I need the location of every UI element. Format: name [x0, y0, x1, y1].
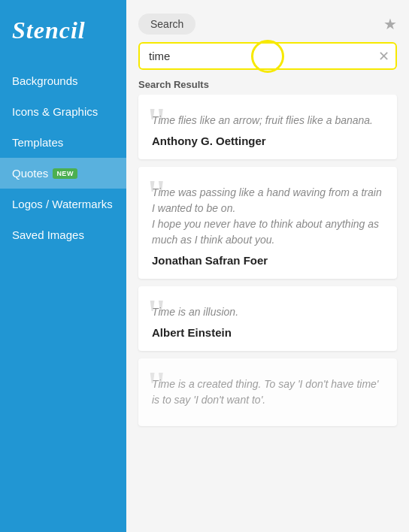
quote-text-2: Time was passing like a hand waving from…	[152, 185, 383, 248]
app-logo: Stencil	[0, 0, 126, 65]
clear-search-button[interactable]: ✕	[378, 50, 389, 63]
search-bar-row: ✕	[126, 35, 409, 70]
star-icon: ★	[383, 16, 397, 32]
quote-text-3: Time is an illusion.	[152, 304, 383, 320]
main-panel: Search ★ ✕ Search Results " Time flies l…	[126, 0, 409, 532]
sidebar-item-quotes[interactable]: Quotes NEW	[0, 158, 126, 189]
sidebar-item-label: Templates	[12, 136, 63, 149]
sidebar-item-templates[interactable]: Templates	[0, 127, 126, 158]
sidebar: Stencil Backgrounds Icons & Graphics Tem…	[0, 0, 126, 532]
clear-icon: ✕	[378, 49, 389, 64]
sidebar-item-saved-images[interactable]: Saved Images	[0, 219, 126, 250]
sidebar-item-icons-graphics[interactable]: Icons & Graphics	[0, 96, 126, 127]
sidebar-nav: Backgrounds Icons & Graphics Templates Q…	[0, 65, 126, 250]
results-list: " Time flies like an arrow; fruit flies …	[126, 95, 409, 532]
search-input[interactable]	[138, 42, 397, 70]
sidebar-item-label: Quotes	[12, 167, 48, 180]
result-card-4[interactable]: " Time is a created thing. To say 'I don…	[138, 358, 397, 426]
new-badge: NEW	[53, 168, 77, 179]
favorites-button[interactable]: ★	[383, 15, 397, 33]
sidebar-item-backgrounds[interactable]: Backgrounds	[0, 65, 126, 96]
quote-author-1: Anthony G. Oettinger	[152, 135, 383, 147]
sidebar-item-label: Logos / Watermarks	[12, 198, 113, 210]
main-header: Search ★	[126, 0, 409, 35]
search-results-label: Search Results	[126, 70, 409, 95]
quote-text-1: Time flies like an arrow; fruit flies li…	[152, 113, 383, 128]
quote-author-2: Jonathan Safran Foer	[152, 254, 383, 267]
result-card-1[interactable]: " Time flies like an arrow; fruit flies …	[138, 95, 397, 159]
sidebar-item-label: Saved Images	[12, 228, 84, 241]
result-card-3[interactable]: " Time is an illusion. Albert Einstein	[138, 286, 397, 351]
sidebar-item-label: Backgrounds	[12, 74, 78, 87]
sidebar-item-label: Icons & Graphics	[12, 105, 98, 118]
result-card-2[interactable]: " Time was passing like a hand waving fr…	[138, 167, 397, 279]
quote-text-4: Time is a created thing. To say 'I don't…	[152, 376, 383, 408]
quote-author-3: Albert Einstein	[152, 326, 383, 339]
search-tab[interactable]: Search	[138, 14, 195, 35]
sidebar-item-logos-watermarks[interactable]: Logos / Watermarks	[0, 189, 126, 219]
search-input-wrapper: ✕	[138, 42, 397, 70]
